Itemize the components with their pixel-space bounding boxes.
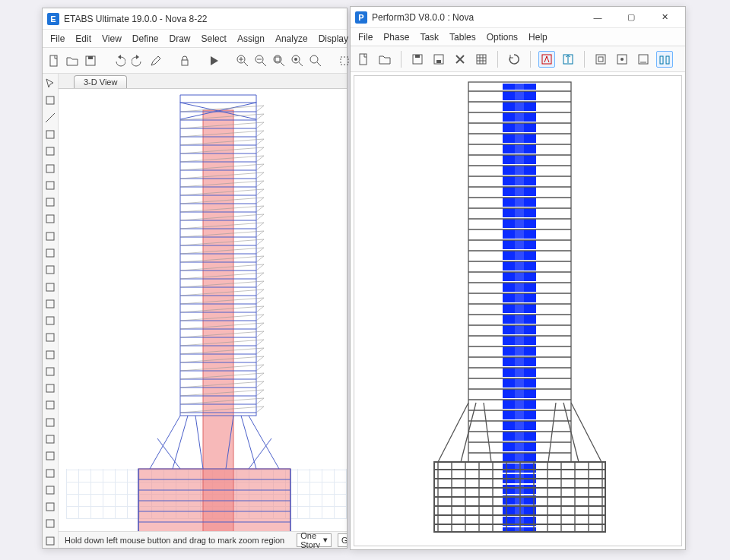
joint-icon[interactable] <box>43 331 58 344</box>
menu-edit[interactable]: Edit <box>75 33 91 44</box>
toolbar-separator <box>584 51 585 68</box>
menu-file[interactable]: File <box>358 32 373 43</box>
menu-analyze[interactable]: Analyze <box>275 33 308 44</box>
zoom-out-icon[interactable] <box>254 52 268 69</box>
units-dropdown[interactable]: Glo <box>338 533 347 547</box>
menu-phase[interactable]: Phase <box>383 32 409 43</box>
svg-line-105 <box>256 231 264 237</box>
target-icon[interactable] <box>43 263 58 277</box>
run-analysis-icon[interactable] <box>506 51 522 68</box>
menu-tables[interactable]: Tables <box>449 32 476 43</box>
snap-icon[interactable] <box>43 483 58 497</box>
view2-icon[interactable] <box>560 51 576 68</box>
none-icon[interactable] <box>43 179 58 192</box>
window-buttons: — ▢ ✕ <box>582 8 681 27</box>
etabs-building-model <box>59 89 343 531</box>
saveas-icon[interactable] <box>430 51 447 68</box>
support-icon[interactable] <box>43 449 58 463</box>
view1-icon[interactable] <box>538 51 555 68</box>
perform3d-menubar: FilePhaseTaskTablesOptionsHelp <box>351 28 685 46</box>
run-icon[interactable] <box>207 52 221 69</box>
toolbar-separator <box>401 51 402 68</box>
delete-icon[interactable] <box>452 51 468 68</box>
svg-line-113 <box>256 264 264 271</box>
story-dropdown[interactable]: One Story ▾ <box>297 533 332 547</box>
mirror-icon[interactable] <box>43 416 58 429</box>
undo-icon[interactable] <box>113 52 126 69</box>
reshape-icon[interactable] <box>43 93 58 107</box>
rect-icon[interactable] <box>43 128 58 141</box>
axes-icon[interactable] <box>43 500 58 514</box>
svg-line-87 <box>256 156 264 162</box>
svg-line-123 <box>256 306 264 312</box>
offset2-icon[interactable] <box>43 297 58 311</box>
new-icon[interactable] <box>47 52 61 69</box>
perform3d-titlebar[interactable]: P Perform3D V8.0.0 : Nova — ▢ ✕ <box>351 7 685 28</box>
wall-icon[interactable] <box>43 212 58 226</box>
svg-line-139 <box>256 373 264 379</box>
save-icon[interactable] <box>84 52 97 69</box>
extrude-icon[interactable] <box>43 398 58 412</box>
offset1-icon[interactable] <box>43 280 58 293</box>
braces-icon[interactable] <box>43 144 58 158</box>
close-button[interactable]: ✕ <box>649 8 681 27</box>
view3-icon[interactable] <box>592 51 609 68</box>
offset3-icon[interactable] <box>43 314 58 327</box>
table-icon[interactable] <box>473 51 490 68</box>
redo-icon[interactable] <box>131 52 144 69</box>
menu-task[interactable]: Task <box>420 32 439 43</box>
lock-icon[interactable] <box>178 52 192 69</box>
toolbar-separator <box>497 51 498 68</box>
perform3d-canvas[interactable] <box>354 75 682 546</box>
view4-icon[interactable] <box>614 51 630 68</box>
svg-line-127 <box>256 323 264 329</box>
etabs-titlebar[interactable]: E ETABS Ultimate 19.0.0 - Nova 8-22 <box>43 8 347 30</box>
zoom-in-icon[interactable] <box>236 52 249 69</box>
more-icon[interactable] <box>43 534 58 548</box>
view6-icon[interactable] <box>656 51 673 68</box>
svg-line-133 <box>256 348 264 354</box>
view5-icon[interactable] <box>635 51 652 68</box>
area-icon[interactable] <box>43 246 58 260</box>
divider-icon[interactable] <box>43 432 58 446</box>
zoom-window-icon[interactable] <box>309 52 322 69</box>
open-icon[interactable] <box>376 51 393 68</box>
svg-line-77 <box>256 114 264 120</box>
shell-icon[interactable] <box>43 229 58 243</box>
chevron-down-icon: ▾ <box>323 535 328 545</box>
menu-display[interactable]: Display <box>319 33 348 44</box>
menu-define[interactable]: Define <box>132 33 159 44</box>
menu-assign[interactable]: Assign <box>237 33 265 44</box>
svg-line-145 <box>256 398 264 404</box>
save-icon[interactable] <box>409 51 426 68</box>
menu-draw[interactable]: Draw <box>170 33 191 44</box>
zoom-selection-icon[interactable] <box>290 52 304 69</box>
local-icon[interactable] <box>43 517 58 530</box>
menu-select[interactable]: Select <box>202 33 227 44</box>
load-icon[interactable] <box>43 466 58 479</box>
menu-help[interactable]: Help <box>528 32 548 43</box>
grid-icon[interactable] <box>43 381 58 395</box>
svg-line-137 <box>256 365 264 371</box>
copy-shape-icon[interactable] <box>43 195 58 209</box>
maximize-button[interactable]: ▢ <box>615 8 647 27</box>
zoom-extents-icon[interactable] <box>272 52 286 69</box>
etabs-window: E ETABS Ultimate 19.0.0 - Nova 8-22 File… <box>42 8 348 549</box>
svg-line-119 <box>256 289 264 296</box>
beam-icon[interactable] <box>43 161 58 175</box>
etabs-canvas[interactable] <box>59 89 347 531</box>
menu-view[interactable]: View <box>102 33 122 44</box>
assign-icon[interactable] <box>43 365 58 378</box>
pointer-icon[interactable] <box>43 77 58 90</box>
svg-line-97 <box>256 198 264 204</box>
new-icon[interactable] <box>355 51 372 68</box>
refresh-icon[interactable] <box>149 52 163 69</box>
dim-icon[interactable] <box>43 348 58 362</box>
etabs-tab-3dview[interactable]: 3-D View <box>74 75 127 88</box>
open-icon[interactable] <box>65 52 79 69</box>
menu-file[interactable]: File <box>50 33 65 44</box>
minimize-button[interactable]: — <box>582 8 614 27</box>
line-icon[interactable] <box>43 111 58 125</box>
svg-line-101 <box>256 214 264 220</box>
menu-options[interactable]: Options <box>487 32 518 43</box>
